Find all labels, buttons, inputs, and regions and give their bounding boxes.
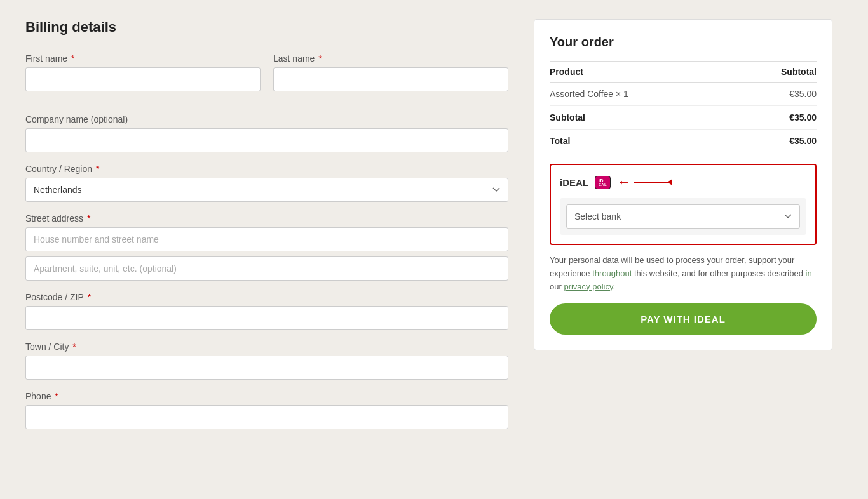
order-item-price: €35.00 [733,83,817,106]
postcode-label: Postcode / ZIP * [25,292,508,302]
street-address-input-1[interactable] [25,227,508,251]
order-item-name: Assorted Coffee × 1 [550,83,733,106]
last-name-group: Last name * [273,53,508,91]
subtotal-row: Subtotal €35.00 [550,106,817,130]
last-name-required: * [316,53,322,63]
billing-title: Billing details [25,19,508,36]
postcode-required: * [85,292,91,302]
product-column-header: Product [550,62,733,83]
street-address-group: Street address * [25,213,508,281]
country-label: Country / Region * [25,164,508,174]
town-city-group: Town / City * [25,342,508,380]
phone-input[interactable] [25,405,508,429]
postcode-input[interactable] [25,306,508,330]
country-required: * [93,164,99,174]
subtotal-label: Subtotal [550,106,733,130]
pay-with-ideal-button[interactable]: PAY WITH IDEAL [550,303,817,335]
order-item-row: Assorted Coffee × 1 €35.00 [550,83,817,106]
street-address-input-2[interactable] [25,256,508,281]
phone-required: * [52,391,58,401]
first-name-label: First name * [25,53,261,63]
street-address-label: Street address * [25,213,508,223]
privacy-note: Your personal data will be used to proce… [550,254,817,293]
total-label: Total [550,130,733,156]
last-name-input[interactable] [273,67,508,91]
arrow-line [634,182,672,183]
first-name-group: First name * [25,53,261,91]
last-name-label: Last name * [273,53,508,63]
town-required: * [70,342,76,352]
subtotal-column-header: Subtotal [733,62,817,83]
phone-label: Phone * [25,391,508,401]
first-name-required: * [69,53,74,63]
total-value: €35.00 [733,130,817,156]
first-name-input[interactable] [25,67,261,91]
ideal-payment-box: iDEAL iD EAL ← Select bank ABN AMRO [550,164,817,245]
company-name-label: Company name (optional) [25,114,508,124]
order-title: Your order [550,35,817,50]
town-city-input[interactable] [25,356,508,380]
country-group: Country / Region * Netherlands Germany B… [25,164,508,202]
ideal-label: iDEAL [560,177,588,188]
arrow-indicator: ← [617,174,672,190]
phone-group: Phone * [25,391,508,429]
town-city-label: Town / City * [25,342,508,352]
ideal-logo-icon: iD EAL [595,176,611,189]
company-name-group: Company name (optional) [25,114,508,152]
country-select[interactable]: Netherlands Germany Belgium France [25,178,508,202]
order-section: Your order Product Subtotal Assorted Cof… [534,19,832,350]
ideal-bank-select[interactable]: Select bank ABN AMRO ING Rabobank SNS Ba… [566,204,800,229]
privacy-link-in[interactable]: in [806,269,812,278]
name-row: First name * Last name * [25,53,508,103]
postcode-group: Postcode / ZIP * [25,292,508,330]
ideal-header: iDEAL iD EAL ← [560,174,806,190]
privacy-link-throughout[interactable]: throughout [592,269,632,278]
subtotal-value: €35.00 [733,106,817,130]
billing-section: Billing details First name * Last name *… [25,19,508,441]
ideal-bank-select-wrapper: Select bank ABN AMRO ING Rabobank SNS Ba… [560,198,806,235]
total-row: Total €35.00 [550,130,817,156]
order-table: Product Subtotal Assorted Coffee × 1 €35… [550,61,817,155]
company-name-input[interactable] [25,128,508,152]
street-required: * [85,213,90,223]
privacy-policy-link[interactable]: privacy policy [564,282,613,291]
